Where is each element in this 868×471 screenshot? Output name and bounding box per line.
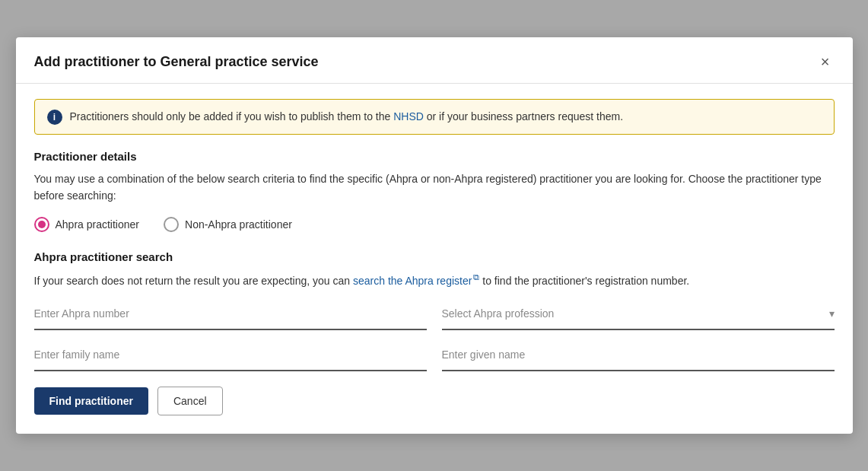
form-row-1: Select Ahpra profession ▾ bbox=[34, 304, 835, 330]
practitioner-details-title: Practitioner details bbox=[34, 150, 835, 163]
cancel-button[interactable]: Cancel bbox=[157, 387, 223, 415]
modal-dialog: Add practitioner to General practice ser… bbox=[16, 37, 853, 434]
find-practitioner-button[interactable]: Find practitioner bbox=[34, 387, 148, 415]
close-button[interactable]: × bbox=[816, 53, 835, 71]
family-name-field bbox=[34, 345, 427, 371]
nhsd-link[interactable]: NHSD bbox=[393, 110, 424, 123]
non-ahpra-radio-label: Non-Ahpra practitioner bbox=[185, 218, 292, 231]
form-row-2 bbox=[34, 345, 835, 371]
modal-body: i Practitioners should only be added if … bbox=[16, 84, 853, 434]
ahpra-profession-select[interactable]: Select Ahpra profession ▾ bbox=[442, 304, 835, 330]
search-section: Ahpra practitioner search If your search… bbox=[34, 250, 835, 371]
given-name-input[interactable] bbox=[442, 345, 835, 364]
modal-title: Add practitioner to General practice ser… bbox=[34, 54, 319, 70]
ahpra-radio-circle bbox=[34, 217, 49, 232]
ahpra-radio-label: Ahpra practitioner bbox=[56, 218, 140, 231]
non-ahpra-radio-option[interactable]: Non-Ahpra practitioner bbox=[164, 217, 292, 232]
practitioner-details-section: Practitioner details You may use a combi… bbox=[34, 150, 835, 232]
modal-overlay: Add practitioner to General practice ser… bbox=[0, 0, 868, 471]
banner-text: Practitioners should only be added if yo… bbox=[70, 109, 624, 125]
non-ahpra-radio-circle bbox=[164, 217, 179, 232]
ahpra-register-link[interactable]: search the Ahpra register⧉ bbox=[353, 275, 479, 287]
ahpra-number-field bbox=[34, 304, 427, 330]
ahpra-number-input[interactable] bbox=[34, 304, 427, 323]
search-section-title: Ahpra practitioner search bbox=[34, 250, 835, 263]
search-hint: If your search does not return the resul… bbox=[34, 271, 835, 289]
modal-header: Add practitioner to General practice ser… bbox=[16, 37, 853, 84]
family-name-input[interactable] bbox=[34, 345, 427, 364]
given-name-field bbox=[442, 345, 835, 371]
radio-group: Ahpra practitioner Non-Ahpra practitione… bbox=[34, 217, 835, 232]
practitioner-description: You may use a combination of the below s… bbox=[34, 170, 835, 205]
select-arrow-icon: ▾ bbox=[829, 307, 835, 320]
info-banner: i Practitioners should only be added if … bbox=[34, 99, 835, 135]
action-row: Find practitioner Cancel bbox=[34, 387, 835, 415]
ahpra-profession-placeholder: Select Ahpra profession bbox=[442, 307, 555, 320]
info-icon: i bbox=[47, 110, 62, 125]
ahpra-radio-option[interactable]: Ahpra practitioner bbox=[34, 217, 140, 232]
